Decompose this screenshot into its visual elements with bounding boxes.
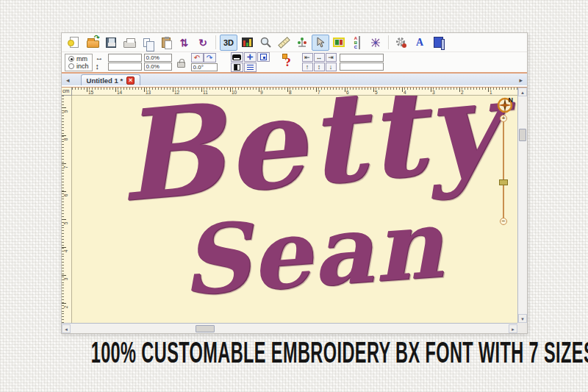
- height-percent-input[interactable]: [144, 63, 172, 71]
- position-y-input[interactable]: [340, 63, 384, 71]
- width-percent-input[interactable]: [144, 54, 172, 62]
- measure-tool-button[interactable]: [275, 35, 293, 51]
- ruler-label: 5: [375, 90, 378, 95]
- ruler-label: 15: [88, 90, 93, 95]
- horizontal-scroll-thumb[interactable]: [196, 325, 215, 332]
- contrast-button[interactable]: [231, 63, 243, 72]
- unit-mm-option[interactable]: mm: [68, 55, 89, 63]
- slider-handle[interactable]: [499, 179, 508, 185]
- align-left-button[interactable]: ⇤: [302, 53, 313, 62]
- ruler-label: 10: [232, 90, 237, 95]
- abc-needle-icon: ABC: [354, 36, 360, 49]
- tab-scroll-left-button[interactable]: ◂: [64, 76, 72, 85]
- zoom-tool-button[interactable]: [257, 35, 274, 51]
- align-center-v-button[interactable]: ↕: [314, 63, 325, 71]
- zoom-in-icon[interactable]: +: [500, 115, 507, 122]
- vertical-scrollbar[interactable]: ▲ ▼: [517, 88, 527, 323]
- zoom-out-icon[interactable]: −: [500, 218, 507, 225]
- print-button[interactable]: [121, 35, 138, 51]
- compass-north-label: N: [509, 96, 514, 104]
- tab-untitled-1[interactable]: Untitled 1 * ×: [81, 74, 141, 85]
- slider-track: [503, 121, 504, 219]
- angle-input[interactable]: [191, 63, 218, 71]
- stitch-simulate-button[interactable]: [367, 35, 384, 51]
- new-file-button[interactable]: [65, 35, 83, 51]
- hoop-button[interactable]: [330, 35, 348, 51]
- question-mark-icon: ?: [284, 55, 291, 70]
- main-toolbar: ⇄ ↻ 3D ABC A: [62, 33, 527, 52]
- align-bottom-button[interactable]: ↓: [326, 63, 337, 71]
- ruler-tick: [459, 88, 460, 92]
- machine-tool-button[interactable]: [293, 35, 311, 51]
- tab-close-icon[interactable]: ×: [126, 76, 135, 85]
- ruler-label: 4: [404, 90, 406, 95]
- position-x-input[interactable]: [340, 54, 384, 62]
- aspect-lock-button[interactable]: [175, 54, 188, 71]
- scroll-left-icon[interactable]: ◄: [62, 324, 71, 333]
- ruler-tick: [402, 88, 403, 92]
- rotate-arrow-icon: ↻: [198, 38, 207, 48]
- frame-view-button[interactable]: [257, 52, 270, 62]
- document-tabbar: ◂ Untitled 1 * × ▸: [62, 72, 527, 85]
- open-file-button[interactable]: [84, 35, 101, 51]
- ruler-label: 2: [461, 90, 464, 95]
- sequence-list-button[interactable]: [244, 63, 257, 72]
- ruler-tick: [115, 88, 116, 92]
- unit-inch-option[interactable]: inch: [68, 63, 89, 70]
- zoom-slider[interactable]: + −: [499, 115, 508, 225]
- width-input[interactable]: [108, 54, 142, 62]
- help-button[interactable]: ?: [282, 54, 295, 71]
- embroidery-text-line2[interactable]: Sean: [177, 188, 447, 317]
- rotate-button[interactable]: ↻: [194, 35, 212, 51]
- center-design-button[interactable]: ✛: [244, 52, 257, 62]
- gear-icon: [395, 37, 407, 49]
- scroll-down-icon[interactable]: ▼: [518, 314, 527, 323]
- rotate-left-button[interactable]: ↶: [191, 53, 204, 63]
- ruler-label: 8: [63, 138, 68, 141]
- ruler-tick: [62, 135, 66, 136]
- fit-screen-button[interactable]: [231, 52, 243, 62]
- ruler-label: 2: [63, 306, 68, 309]
- compass-widget[interactable]: N: [497, 97, 513, 113]
- stitch-chart-button[interactable]: [238, 35, 256, 51]
- open-folder-icon: [87, 40, 99, 48]
- bar-chart-icon: [242, 38, 253, 47]
- height-input[interactable]: [108, 63, 142, 71]
- promo-caption: 100% CUSTOMABLE EMBROIDERY BX FONT WITH …: [0, 340, 588, 366]
- ruler-label: 12: [174, 90, 179, 95]
- align-top-button[interactable]: ↑: [302, 63, 313, 71]
- 3d-icon: 3D: [223, 38, 234, 47]
- ruler-tick: [87, 88, 87, 92]
- ruler-tick: [316, 88, 317, 92]
- ruler-tick: [488, 88, 489, 92]
- flip-arrows-icon: ⇄: [179, 38, 190, 47]
- lettering-button[interactable]: ABC: [348, 35, 366, 51]
- settings-button[interactable]: [392, 35, 410, 51]
- vertical-ruler: 98765432: [62, 96, 72, 323]
- align-center-h-button[interactable]: ↔: [314, 53, 325, 62]
- horizontal-scrollbar[interactable]: ◄ ►: [62, 323, 517, 333]
- copy-button[interactable]: [139, 35, 157, 51]
- rotate-right-button[interactable]: ↷: [204, 53, 216, 63]
- rotate-group: ↶ ↷: [191, 53, 218, 71]
- monitor-icon: [232, 54, 241, 60]
- font-button[interactable]: A: [411, 35, 429, 51]
- design-canvas[interactable]: Betty Sean N + −: [72, 96, 517, 323]
- ruler-tick: [62, 303, 66, 304]
- ruler-label: 11: [203, 90, 208, 95]
- properties-toolbar: mm inch ↔ ↕ ↶ ↷ ✛ ? ⇤: [62, 52, 527, 72]
- ruler-tick: [62, 163, 66, 164]
- library-button[interactable]: [429, 35, 447, 51]
- ruler-tick: [62, 247, 66, 248]
- scroll-up-icon[interactable]: ▲: [518, 88, 527, 96]
- tab-scroll-right-button[interactable]: ▸: [517, 76, 525, 85]
- view-3d-button[interactable]: 3D: [220, 35, 237, 51]
- paste-button[interactable]: [157, 35, 175, 51]
- ruler-tick: [431, 88, 431, 92]
- flip-button[interactable]: ⇄: [176, 35, 193, 51]
- save-button[interactable]: [102, 35, 120, 51]
- align-right-button[interactable]: ⇥: [326, 53, 337, 62]
- vertical-scroll-thumb[interactable]: [519, 129, 526, 141]
- scroll-right-icon[interactable]: ►: [509, 324, 517, 333]
- select-tool-button[interactable]: [312, 35, 329, 51]
